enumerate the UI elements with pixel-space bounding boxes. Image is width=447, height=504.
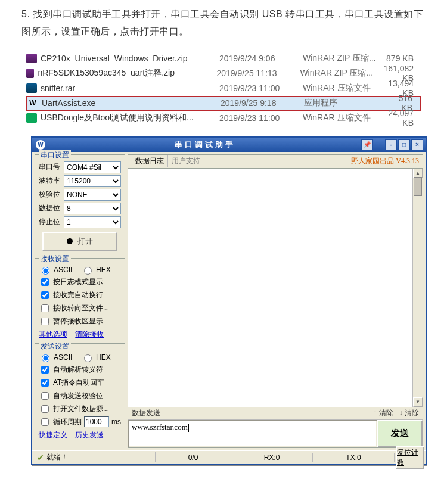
- scroll-thumb[interactable]: [414, 177, 422, 196]
- send-history-link[interactable]: 历史发送: [75, 431, 104, 439]
- status-ready-text: 就绪！: [46, 452, 68, 462]
- send-cycle-unit: ms: [111, 418, 121, 426]
- recv-other-link[interactable]: 其他选项: [39, 330, 67, 338]
- file-row[interactable]: USBDongle及Btool测试使用说明资料和...2019/9/23 11:…: [26, 111, 421, 126]
- scrollbar[interactable]: ▲ ▼: [412, 169, 423, 407]
- file-date: 2019/9/25 9:18: [221, 98, 304, 108]
- send-escape-label: 自动解析转义符: [53, 365, 103, 375]
- status-counts: 0/0: [156, 453, 231, 462]
- send-hex-radio[interactable]: [84, 354, 92, 362]
- open-port-label: 打开: [77, 236, 93, 247]
- recv-bylog-label: 按日志模式显示: [53, 277, 103, 287]
- brand-label[interactable]: 野人家园出品 V4.3.13: [351, 156, 419, 166]
- send-ascii-radio[interactable]: [42, 354, 49, 362]
- file-type: WinRAR 压缩文件: [303, 83, 386, 94]
- recv-autowrap-check[interactable]: [41, 291, 49, 299]
- data-log-area[interactable]: ▲ ▼: [128, 168, 423, 407]
- window-title: 串口调试助手: [49, 139, 361, 150]
- reset-count-button[interactable]: 复位计数: [396, 446, 424, 469]
- rar-icon: [26, 83, 37, 93]
- file-type: 应用程序: [304, 98, 387, 108]
- recv-clear-link[interactable]: 清除接收: [75, 330, 104, 338]
- maximize-button[interactable]: □: [398, 139, 410, 150]
- tab-user-support[interactable]: 用户支持: [167, 155, 204, 167]
- tab-data-log[interactable]: 数据日志: [132, 155, 167, 167]
- send-clear-up[interactable]: 清除: [373, 408, 393, 418]
- file-row[interactable]: nRF5SDK153059ac345_uart注释.zip2019/9/25 1…: [26, 66, 421, 81]
- recv-hex-radio[interactable]: [84, 267, 92, 275]
- pdf-icon: [26, 113, 37, 123]
- file-row[interactable]: WUartAssist.exe2019/9/25 9:18应用程序516 KB: [26, 96, 421, 111]
- send-settings-group: 发送设置 ASCII HEX 自动解析转义符 AT指令自动回车 自动发送校验位 …: [35, 346, 125, 444]
- send-autochk-label: 自动发送校验位: [53, 391, 103, 401]
- recv-pause-check[interactable]: [41, 318, 49, 325]
- file-type: WinRAR ZIP 压缩...: [300, 68, 383, 79]
- instruction-text: 5. 找到串口调试助手工具并打开，串口工具会自动识别 USB 转串口工具，串口工…: [21, 6, 426, 41]
- stopbits-label: 停止位: [39, 217, 64, 227]
- send-clear-down[interactable]: 清除: [399, 408, 419, 418]
- zip-icon: [26, 54, 37, 63]
- file-name: UartAssist.exe: [42, 98, 221, 108]
- recv-ascii-radio[interactable]: [42, 267, 49, 275]
- caret-icon: [188, 424, 189, 432]
- file-date: 2019/9/23 11:00: [219, 113, 303, 123]
- recv-tofile-check[interactable]: [41, 304, 49, 312]
- send-atcr-check[interactable]: [41, 379, 49, 387]
- status-dot-icon: [67, 238, 73, 244]
- send-openfile-label: 打开文件数据源...: [53, 404, 109, 414]
- status-tx: TX:0: [313, 453, 395, 462]
- send-shortcut-link[interactable]: 快捷定义: [39, 431, 67, 439]
- file-type: WinRAR 压缩文件: [303, 113, 386, 123]
- status-rx: RX:0: [231, 453, 313, 462]
- ready-icon: ✔: [37, 453, 44, 462]
- recv-pause-label: 暂停接收区显示: [53, 316, 103, 326]
- file-type: WinRAR ZIP 压缩...: [303, 53, 386, 64]
- send-atcr-label: AT指令自动回车: [53, 378, 104, 388]
- databits-select[interactable]: 8: [64, 203, 121, 214]
- file-size: 879 KB: [386, 54, 421, 63]
- app-icon: W: [36, 140, 45, 150]
- file-date: 2019/9/24 9:06: [219, 54, 303, 63]
- send-header-label: 数据发送: [132, 408, 160, 418]
- baud-select[interactable]: 115200: [64, 175, 121, 187]
- zip-icon: [26, 69, 34, 78]
- file-name: sniffer.rar: [41, 83, 219, 93]
- pin-icon[interactable]: 📌: [361, 139, 373, 150]
- stopbits-select[interactable]: 1: [64, 216, 121, 228]
- databits-label: 数据位: [39, 203, 64, 213]
- open-port-button[interactable]: 打开: [42, 232, 117, 251]
- file-row[interactable]: sniffer.rar2019/9/23 11:00WinRAR 压缩文件13,…: [26, 81, 421, 96]
- file-name: CP210x_Universal_Windows_Driver.zip: [41, 54, 219, 63]
- port-select[interactable]: COM4 #Sil: [64, 161, 121, 173]
- titlebar[interactable]: W 串口调试助手 📌 - □ ×: [32, 138, 426, 152]
- send-escape-check[interactable]: [41, 366, 49, 374]
- send-cycle-label: 循环周期: [53, 417, 82, 427]
- send-cycle-check[interactable]: [41, 418, 49, 426]
- send-input[interactable]: www.szrfstar.com: [128, 420, 377, 447]
- send-hex-label: HEX: [96, 353, 111, 362]
- file-name: USBDongle及Btool测试使用说明资料和...: [41, 113, 219, 123]
- send-cycle-input[interactable]: [84, 416, 109, 427]
- recv-bylog-check[interactable]: [41, 278, 49, 286]
- send-button[interactable]: 发送: [377, 420, 423, 447]
- file-row[interactable]: CP210x_Universal_Windows_Driver.zip2019/…: [26, 51, 421, 66]
- recv-hex-label: HEX: [96, 266, 111, 274]
- serial-settings-group: 串口设置 串口号 COM4 #Sil 波特率 115200 校验位 NONE: [35, 154, 125, 256]
- recv-ascii-label: ASCII: [54, 266, 72, 274]
- file-date: 2019/9/23 11:00: [219, 83, 303, 93]
- send-ascii-label: ASCII: [54, 353, 72, 362]
- parity-label: 校验位: [39, 189, 64, 200]
- recv-autowrap-label: 接收完自动换行: [53, 290, 103, 300]
- parity-select[interactable]: NONE: [64, 189, 121, 201]
- statusbar: ✔ 就绪！ 0/0 RX:0 TX:0 复位计数: [32, 450, 426, 464]
- send-autochk-check[interactable]: [41, 392, 49, 400]
- minimize-button[interactable]: -: [385, 139, 397, 150]
- right-header: 数据日志 用户支持 野人家园出品 V4.3.13: [128, 154, 423, 168]
- close-button[interactable]: ×: [411, 139, 423, 150]
- send-openfile-check[interactable]: [41, 405, 49, 413]
- send-input-value: www.szrfstar.com: [132, 422, 188, 431]
- file-list: CP210x_Universal_Windows_Driver.zip2019/…: [21, 51, 426, 126]
- file-name: nRF5SDK153059ac345_uart注释.zip: [38, 68, 216, 79]
- file-date: 2019/9/25 11:13: [216, 69, 300, 78]
- scroll-down-icon[interactable]: ▼: [413, 397, 423, 407]
